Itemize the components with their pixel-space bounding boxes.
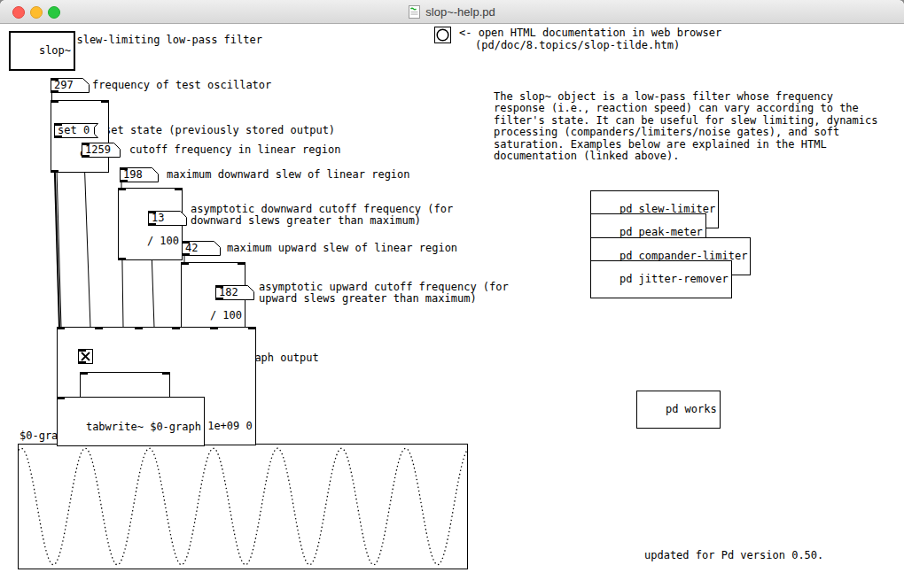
- bang-circle-icon: [435, 27, 450, 43]
- comment-up-slew: maximum upward slew of linear region: [227, 243, 457, 254]
- number-box-frequency[interactable]: 297: [51, 78, 90, 93]
- comment-up-asymptote: asymptotic upward cutoff frequency (for …: [259, 282, 509, 306]
- outlet-nub: [51, 170, 58, 173]
- number-box-up-slew[interactable]: 42: [182, 241, 221, 256]
- comment-doc-path: (pd/doc/8.topics/slop-tilde.htm): [475, 40, 680, 51]
- inlet-nub: [162, 372, 170, 375]
- object-tabwrite: tabwrite~ $0-graph: [57, 397, 205, 446]
- inlet-nub: [95, 327, 103, 329]
- inlet-nub: [181, 262, 189, 265]
- inlet-nub: [101, 100, 109, 103]
- number-value: 42: [185, 243, 198, 254]
- number-value: 182: [219, 287, 238, 298]
- object-label: slop~: [39, 44, 71, 57]
- comment-open-docs: <- open HTML documentation in web browse…: [459, 27, 721, 39]
- inlet-nub: [57, 327, 65, 329]
- subpatch-works[interactable]: pd works: [636, 391, 721, 429]
- subpatch-label: pd peak-meter: [620, 226, 703, 238]
- comment-header: - slew-limiting low-pass filter: [64, 35, 262, 46]
- graph-canvas: [18, 444, 468, 569]
- number-box-cutoff[interactable]: 1259: [82, 143, 121, 158]
- number-box-down-slew[interactable]: 198: [120, 167, 159, 182]
- comment-set-state: set state (previously stored output): [105, 125, 335, 136]
- number-value: 1259: [85, 144, 111, 156]
- message-set-state[interactable]: set 0: [54, 123, 98, 138]
- comment-down-asymptote: asymptotic downward cutoff frequency (fo…: [191, 204, 453, 228]
- comment-cutoff: cutoff frequency in linear region: [129, 144, 340, 156]
- number-value: 297: [54, 80, 74, 91]
- comment-frequency: frequency of test oscillator: [92, 80, 271, 91]
- inlet-nub: [135, 327, 143, 329]
- inlet-nub: [51, 100, 58, 103]
- inlet-nub: [172, 327, 180, 329]
- subpatch-label: pd works: [666, 403, 717, 415]
- inlet-nub: [57, 397, 65, 399]
- inlet-nub: [80, 372, 88, 375]
- number-value: 13: [152, 213, 164, 224]
- inlet-nub: [175, 188, 183, 190]
- graph-wave: [19, 445, 467, 569]
- description-text: The slop~ object is a low-pass filter wh…: [494, 91, 877, 162]
- number-box-up-asymptote[interactable]: 182: [215, 285, 254, 300]
- inlet-nub: [210, 327, 218, 329]
- inlet-nub: [78, 349, 86, 352]
- object-slop-header: slop~: [9, 31, 75, 71]
- inlet-nub: [248, 327, 256, 329]
- comment-down-slew: maximum downward slew of linear region: [167, 169, 410, 181]
- subpatch-jitter-remover[interactable]: pd jitter-remover: [590, 260, 732, 298]
- inlet-nub: [118, 188, 126, 190]
- outlet-nub: [78, 361, 86, 364]
- toggle-metronome[interactable]: [78, 349, 93, 364]
- number-value: 198: [123, 169, 143, 181]
- subpatch-label: pd jitter-remover: [620, 273, 729, 285]
- pd-patch-window: slop~-help.pd slop~ - slew-limiting low-…: [0, 0, 904, 588]
- message-label: set 0: [58, 125, 90, 136]
- object-label: tabwrite~ $0-graph: [86, 421, 201, 433]
- patch-cord: [84, 157, 90, 328]
- inlet-nub: [238, 262, 245, 265]
- bang-open-docs[interactable]: [434, 27, 451, 43]
- number-box-down-asymptote[interactable]: 13: [148, 211, 187, 226]
- object-label: / 100: [210, 309, 242, 321]
- outlet-nub: [118, 258, 126, 260]
- object-label: / 100: [147, 235, 179, 247]
- footer-version-note: updated for Pd version 0.50.: [644, 550, 823, 561]
